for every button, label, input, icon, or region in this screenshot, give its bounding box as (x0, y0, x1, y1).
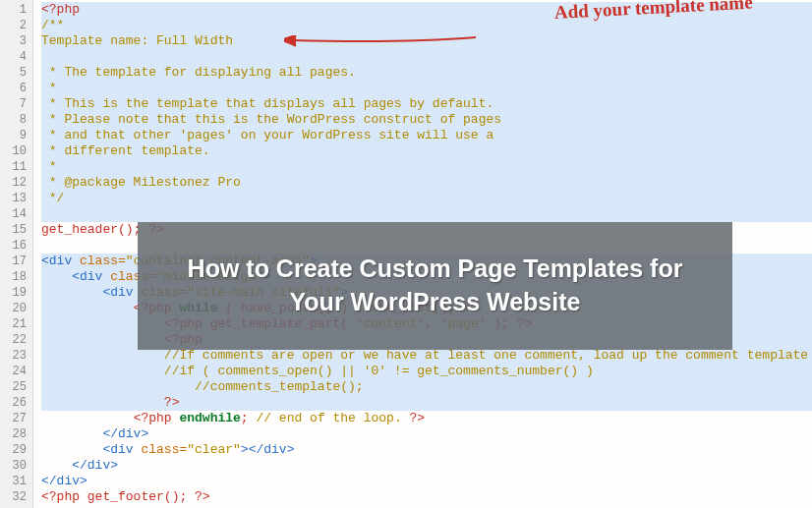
code-line: * and that other 'pages' on your WordPre… (41, 128, 812, 143)
code-line: * The template for displaying all pages. (41, 65, 812, 81)
line-number: 8 (0, 112, 27, 128)
line-number: 18 (0, 269, 27, 285)
code-line: * @package Milestonez Pro (41, 175, 812, 191)
code-line: * This is the template that displays all… (41, 96, 812, 112)
code-line (41, 49, 812, 65)
code-line: //If comments are open or we have at lea… (41, 348, 812, 364)
line-number: 5 (0, 65, 27, 81)
line-number: 1 (0, 2, 27, 18)
code-line: //if ( comments_open() || '0' != get_com… (41, 364, 812, 379)
code-line: Template name: Full Width (41, 33, 812, 49)
line-number: 24 (0, 364, 27, 379)
line-number: 3 (0, 33, 27, 49)
code-line: * (41, 159, 812, 175)
line-number: 20 (0, 301, 27, 316)
line-number: 9 (0, 128, 27, 143)
line-number: 10 (0, 143, 27, 159)
line-number: 29 (0, 442, 27, 458)
line-number: 21 (0, 316, 27, 332)
code-line: </div> (41, 426, 812, 442)
line-number: 6 (0, 81, 27, 96)
line-number: 15 (0, 222, 27, 238)
line-number: 30 (0, 458, 27, 474)
line-number: 19 (0, 285, 27, 301)
line-number: 11 (0, 159, 27, 175)
line-number: 2 (0, 18, 27, 33)
code-line: </div> (41, 474, 812, 489)
code-line: //comments_template(); (41, 379, 812, 395)
line-number: 17 (0, 254, 27, 269)
line-number: 4 (0, 49, 27, 65)
line-number: 26 (0, 395, 27, 411)
line-number: 32 (0, 489, 27, 505)
code-line: ?> (41, 395, 812, 411)
code-line: <div class="clear"></div> (41, 442, 812, 458)
code-line: */ (41, 191, 812, 206)
line-number: 25 (0, 379, 27, 395)
line-number: 22 (0, 332, 27, 348)
line-number-gutter: 1234567891011121314151617181920212223242… (0, 0, 33, 508)
line-number: 28 (0, 426, 27, 442)
code-line: * (41, 81, 812, 96)
line-number: 16 (0, 238, 27, 254)
code-line: /** (41, 18, 812, 33)
line-number: 12 (0, 175, 27, 191)
overlay-title: How to Create Custom Page Templates for … (167, 253, 703, 319)
line-number: 14 (0, 206, 27, 222)
line-number: 27 (0, 411, 27, 426)
title-overlay: How to Create Custom Page Templates for … (138, 222, 732, 350)
line-number: 23 (0, 348, 27, 364)
code-line: * different template. (41, 143, 812, 159)
code-line: <?php get_footer(); ?> (41, 489, 812, 505)
line-number: 7 (0, 96, 27, 112)
code-line (41, 206, 812, 222)
line-number: 31 (0, 474, 27, 489)
line-number: 13 (0, 191, 27, 206)
code-line: </div> (41, 458, 812, 474)
code-line: * Please note that this is the WordPress… (41, 112, 812, 128)
code-line: <?php endwhile; // end of the loop. ?> (41, 411, 812, 426)
